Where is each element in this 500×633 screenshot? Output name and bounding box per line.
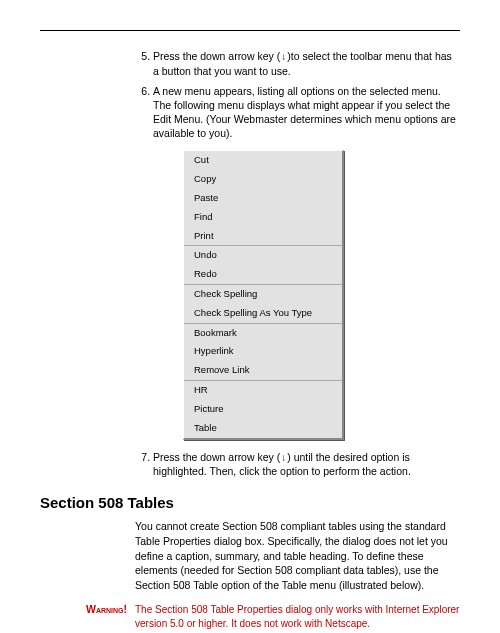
step-7-text-a: Press the down arrow key ( [153,451,280,463]
step-5-text-a: Press the down arrow key ( [153,50,280,62]
edit-menu-screenshot: CutCopyPasteFindPrintUndoRedoCheck Spell… [183,150,344,439]
menu-item: Hyperlink [184,342,342,361]
menu-item: Cut [184,151,342,170]
menu-group: Check SpellingCheck Spelling As You Type [184,285,342,324]
menu-item: HR [184,381,342,400]
top-rule [40,30,460,31]
menu-group: UndoRedo [184,246,342,285]
menu-item: Print [184,227,342,246]
step-7: Press the down arrow key (↓) until the d… [153,450,460,479]
menu-item: Find [184,208,342,227]
warning-text: The Section 508 Table Properties dialog … [135,603,460,631]
menu-group: BookmarkHyperlinkRemove Link [184,324,342,381]
warning-row: Warning! The Section 508 Table Propertie… [40,603,460,631]
step-6-text: A new menu appears, listing all options … [153,85,456,140]
menu-item: Remove Link [184,361,342,380]
menu-item: Bookmark [184,324,342,343]
menu-group: CutCopyPasteFindPrint [184,151,342,246]
warning-label: Warning! [40,603,135,615]
menu-item: Paste [184,189,342,208]
section-heading: Section 508 Tables [40,494,460,511]
steps-list: Press the down arrow key (↓)to select th… [135,49,460,478]
step-6: A new menu appears, listing all options … [153,84,460,440]
menu-item: Picture [184,400,342,419]
menu-item: Check Spelling As You Type [184,304,342,323]
menu-item: Table [184,419,342,438]
section-body: You cannot create Section 508 compliant … [135,519,460,592]
menu-item: Redo [184,265,342,284]
menu-item: Copy [184,170,342,189]
step-5: Press the down arrow key (↓)to select th… [153,49,460,78]
menu-group: HRPictureTable [184,381,342,437]
menu-item: Undo [184,246,342,265]
menu-item: Check Spelling [184,285,342,304]
